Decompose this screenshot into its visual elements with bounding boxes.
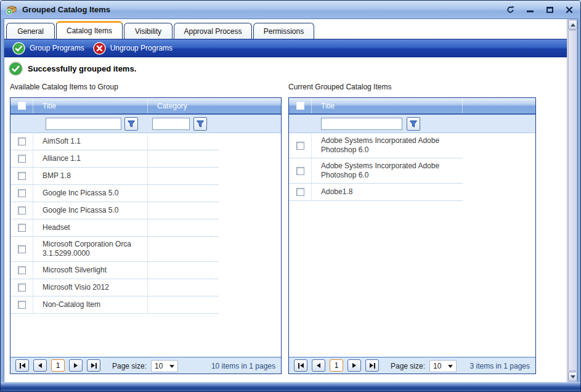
grid-rows: Adobe Systems Incorporated Adobe Photosh… [289, 133, 535, 201]
dropdown-arrow-icon [448, 365, 453, 368]
titlebar: Grouped Catalog Items [1, 1, 580, 18]
last-page-button[interactable] [87, 359, 100, 372]
prev-page-button[interactable] [312, 359, 325, 372]
table-row[interactable]: Non-Catalog Item [10, 296, 219, 314]
scroll-down-button[interactable] [568, 372, 577, 382]
row-checkbox[interactable] [18, 172, 26, 180]
table-row[interactable]: Microsoft Visio 2012 [10, 279, 219, 296]
grid-header: Title [289, 98, 535, 115]
pager-summary: 10 items in 1 pages [211, 362, 275, 370]
package-add-icon [6, 4, 17, 15]
first-page-button[interactable] [15, 359, 29, 372]
filter-row [289, 115, 535, 133]
page-1-button[interactable]: 1 [330, 359, 343, 372]
grouped-grid-title: Current Grouped Catalog Items [288, 83, 391, 91]
grouped-items-grid: Title Adobe Systems Incorporated Adobe P… [288, 97, 536, 374]
scrollbar-thumb[interactable] [568, 30, 577, 371]
tab-visibility[interactable]: Visibility [124, 23, 173, 39]
row-checkbox[interactable] [18, 189, 26, 197]
row-checkbox[interactable] [18, 284, 26, 292]
table-row[interactable]: Microsoft Corporation Orca 3.1.5299.0000 [10, 237, 219, 262]
window-title: Grouped Catalog Items [22, 5, 110, 14]
row-checkbox[interactable] [18, 224, 26, 232]
dropdown-arrow-icon [169, 365, 174, 368]
minimize-icon[interactable] [525, 5, 535, 15]
column-header-category[interactable]: Category [148, 98, 281, 113]
grid-rows: AimSoft 1.1 Alliance 1.1 BMP 1.8 Google … [10, 133, 281, 314]
client-area: General Catalog Items Visibility Approva… [4, 18, 578, 383]
row-checkbox[interactable] [18, 155, 26, 163]
row-checkbox[interactable] [296, 142, 304, 150]
prev-page-button[interactable] [33, 359, 47, 372]
next-page-button[interactable] [69, 359, 83, 372]
category-filter-button[interactable] [193, 117, 207, 131]
close-icon[interactable] [564, 5, 574, 15]
available-grid-title: Available Catalog Items to Group [10, 83, 118, 91]
select-all-checkbox[interactable] [18, 102, 26, 110]
refresh-icon[interactable] [505, 5, 515, 15]
row-checkbox[interactable] [18, 245, 26, 253]
funnel-icon [196, 120, 205, 128]
row-checkbox[interactable] [18, 266, 26, 274]
title-filter-input[interactable] [321, 118, 402, 130]
table-row[interactable]: AimSoft 1.1 [10, 133, 219, 150]
row-checkbox[interactable] [18, 301, 26, 309]
table-row[interactable]: Adobe Systems Incorporated Adobe Photosh… [289, 133, 463, 158]
table-row[interactable]: Microsoft Silverlight [10, 262, 219, 279]
triangle-down-icon [571, 375, 575, 378]
toolbar: Group Programs Ungroup Programs [4, 39, 568, 57]
pager: 1 Page size: 10 10 items in 1 pages [10, 357, 281, 374]
funnel-icon [127, 120, 136, 128]
table-row[interactable]: Adobe Systems Incorporated Adobe Photosh… [289, 158, 463, 184]
status-text: Successfully grouped items. [28, 64, 136, 73]
success-check-icon [9, 62, 23, 76]
tabstrip: General Catalog Items Visibility Approva… [6, 22, 315, 39]
page-size-dropdown[interactable]: 10 [151, 360, 178, 372]
tab-approval-process[interactable]: Approval Process [174, 23, 252, 39]
pager: 1 Page size: 10 3 items in 1 pages [289, 357, 535, 374]
row-checkbox[interactable] [18, 206, 26, 214]
status-message: Successfully grouped items. [9, 62, 136, 76]
window-bottom-frame [1, 382, 580, 391]
title-filter-input[interactable] [46, 118, 121, 130]
category-filter-input[interactable] [152, 118, 190, 130]
tab-catalog-items[interactable]: Catalog Items [56, 21, 123, 39]
first-page-button[interactable] [294, 359, 307, 372]
page-size-label: Page size: [391, 362, 425, 370]
pager-summary: 3 items in 1 pages [470, 362, 530, 370]
last-page-button[interactable] [365, 359, 379, 372]
filter-row [10, 115, 281, 133]
triangle-up-icon [571, 23, 575, 27]
dialog-window: Grouped Catalog Items General Catalog It… [0, 0, 581, 392]
table-row[interactable]: Alliance 1.1 [10, 150, 219, 168]
table-row[interactable]: Google Inc Picassa 5.0 [10, 185, 219, 202]
funnel-icon [409, 120, 418, 128]
tab-permissions[interactable]: Permissions [253, 23, 314, 39]
ungroup-programs-button[interactable]: Ungroup Programs [93, 42, 173, 55]
group-programs-button[interactable]: Group Programs [12, 42, 84, 55]
table-row[interactable]: Headset [10, 219, 219, 237]
table-row[interactable]: BMP 1.8 [10, 168, 219, 185]
next-page-button[interactable] [347, 359, 361, 372]
grid-header: Title Category [10, 98, 281, 115]
green-check-circle-icon [12, 42, 25, 55]
select-all-checkbox[interactable] [296, 102, 304, 110]
title-filter-button[interactable] [407, 117, 420, 131]
column-header-title[interactable]: Title [33, 98, 148, 113]
maximize-icon[interactable] [545, 5, 555, 15]
available-items-grid: Title Category AimSoft 1.1 [10, 97, 282, 374]
page-size-dropdown[interactable]: 10 [429, 360, 457, 372]
tab-general[interactable]: General [6, 23, 55, 39]
table-row[interactable]: Adobe1.8 [289, 184, 463, 201]
row-checkbox[interactable] [296, 188, 304, 196]
vertical-scrollbar[interactable] [567, 19, 577, 382]
page-size-label: Page size: [112, 362, 147, 370]
red-x-circle-icon [93, 42, 106, 55]
table-row[interactable]: Google Inc Picassa 5.0 [10, 202, 219, 219]
title-filter-button[interactable] [124, 117, 138, 131]
column-header-title[interactable]: Title [312, 98, 463, 113]
row-checkbox[interactable] [296, 167, 304, 175]
page-1-button[interactable]: 1 [51, 359, 65, 372]
row-checkbox[interactable] [18, 137, 26, 145]
scroll-up-button[interactable] [568, 20, 577, 30]
